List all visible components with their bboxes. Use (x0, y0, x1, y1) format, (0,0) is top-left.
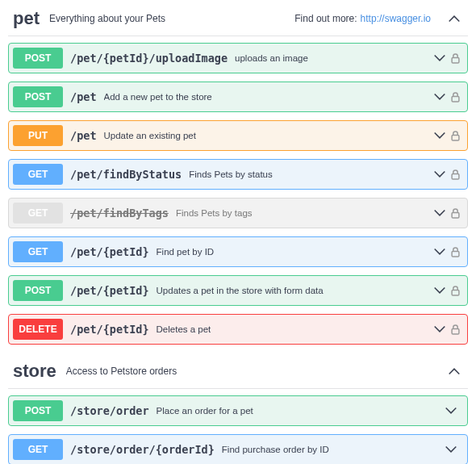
operation-summary: Updates a pet in the store with form dat… (157, 286, 324, 295)
operation-row[interactable]: POST/pet/{petId}/uploadImageuploads an i… (8, 43, 468, 73)
tag-header[interactable]: petEverything about your PetsFind out mo… (8, 0, 468, 36)
lock-icon[interactable] (449, 169, 461, 180)
svg-rect-1 (452, 96, 459, 101)
operation-path: /pet/findByTags (70, 207, 169, 219)
svg-rect-6 (452, 290, 459, 295)
tag-name: store (13, 361, 56, 382)
svg-rect-2 (452, 135, 459, 140)
chevron-down-icon[interactable] (433, 170, 446, 178)
operation-summary: Find pet by ID (157, 247, 215, 257)
tag-section: storeAccess to Petstore ordersPOST/store… (8, 353, 468, 464)
method-badge: GET (13, 164, 63, 185)
chevron-down-icon[interactable] (433, 325, 446, 333)
operation-summary: Finds Pets by status (189, 169, 273, 179)
chevron-down-icon[interactable] (445, 445, 457, 454)
method-badge: POST (13, 400, 63, 421)
operation-row[interactable]: GET/pet/findByStatusFinds Pets by status (8, 159, 468, 190)
operation-list: POST/pet/{petId}/uploadImageuploads an i… (8, 36, 468, 345)
tag-description: Access to Petstore orders (66, 366, 177, 377)
operation-path: /store/order/{orderId} (70, 443, 215, 456)
tag-name: pet (13, 8, 40, 29)
chevron-down-icon[interactable] (433, 54, 446, 62)
lock-icon[interactable] (449, 53, 461, 64)
tag-header[interactable]: storeAccess to Petstore orders (8, 353, 468, 389)
lock-icon[interactable] (449, 247, 461, 257)
operation-path: /pet (70, 129, 97, 142)
lock-icon[interactable] (449, 286, 461, 296)
operation-summary: uploads an image (235, 53, 308, 63)
method-badge: GET (13, 241, 63, 262)
operation-row[interactable]: POST/petAdd a new pet to the store (8, 82, 468, 112)
svg-rect-3 (452, 173, 459, 178)
operation-row[interactable]: DELETE/pet/{petId}Deletes a pet (8, 314, 468, 345)
operation-row[interactable]: GET/store/order/{orderId}Find purchase o… (8, 434, 468, 464)
lock-icon[interactable] (449, 208, 461, 219)
operation-path: /pet/{petId} (70, 323, 149, 336)
operation-path: /pet/{petId} (70, 284, 149, 297)
chevron-down-icon[interactable] (433, 209, 446, 217)
operation-summary: Finds Pets by tags (176, 208, 253, 218)
operation-summary: Find purchase order by ID (222, 445, 329, 454)
method-badge: POST (13, 280, 63, 301)
lock-icon[interactable] (449, 324, 461, 335)
operation-summary: Add a new pet to the store (104, 92, 212, 102)
chevron-down-icon[interactable] (433, 93, 446, 101)
chevron-down-icon[interactable] (433, 286, 446, 295)
operation-summary: Deletes a pet (157, 324, 211, 334)
operation-path: /pet/findByStatus (70, 168, 182, 181)
tag-description: Everything about your Pets (49, 13, 165, 24)
operation-list: POST/store/orderPlace an order for a pet… (8, 389, 468, 464)
tag-section: petEverything about your PetsFind out mo… (8, 0, 468, 345)
lock-icon[interactable] (449, 92, 461, 102)
svg-rect-4 (452, 212, 459, 217)
operation-path: /pet/{petId}/uploadImage (70, 52, 228, 65)
operation-summary: Place an order for a pet (157, 406, 253, 416)
chevron-down-icon[interactable] (445, 407, 457, 415)
operation-row[interactable]: GET/pet/findByTagsFinds Pets by tags (8, 198, 468, 228)
method-badge: DELETE (13, 319, 63, 340)
operation-path: /store/order (70, 404, 149, 417)
chevron-up-icon[interactable] (447, 367, 461, 375)
operation-row[interactable]: PUT/petUpdate an existing pet (8, 120, 468, 151)
lock-icon[interactable] (449, 131, 461, 141)
operation-path: /pet (70, 90, 97, 103)
chevron-down-icon[interactable] (433, 132, 446, 140)
method-badge: GET (13, 203, 63, 224)
svg-rect-0 (452, 57, 459, 62)
chevron-down-icon[interactable] (433, 248, 446, 256)
svg-rect-5 (452, 251, 459, 256)
chevron-up-icon[interactable] (447, 15, 461, 23)
operation-row[interactable]: GET/pet/{petId}Find pet by ID (8, 236, 468, 267)
svg-rect-7 (452, 328, 459, 333)
operation-row[interactable]: POST/store/orderPlace an order for a pet (8, 395, 468, 426)
method-badge: GET (13, 439, 63, 460)
method-badge: PUT (13, 125, 63, 146)
method-badge: POST (13, 86, 63, 107)
external-docs-label: Find out more: (294, 13, 357, 24)
method-badge: POST (13, 48, 63, 69)
operation-summary: Update an existing pet (104, 131, 196, 140)
operation-row[interactable]: POST/pet/{petId}Updates a pet in the sto… (8, 275, 468, 306)
operation-path: /pet/{petId} (70, 245, 149, 258)
external-docs-link[interactable]: http://swagger.io (361, 13, 431, 24)
